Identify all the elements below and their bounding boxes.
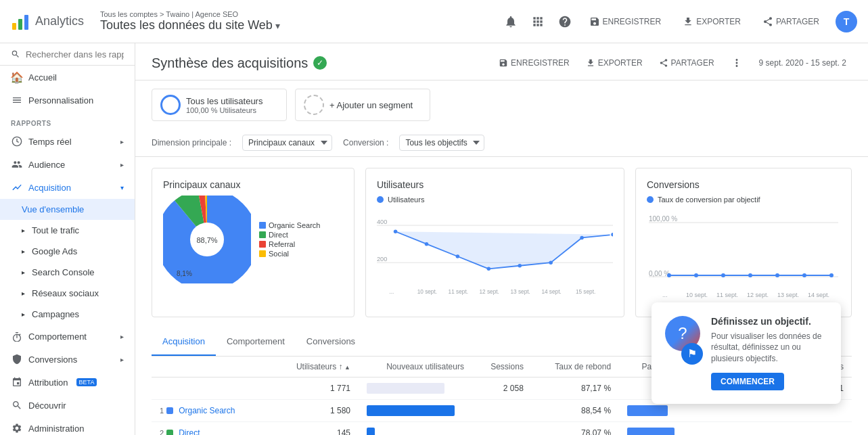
segment-circle-all-users [160, 95, 181, 115]
table-container: Utilisateurs ↑ Nouveaux utilisateurs Ses… [152, 357, 852, 435]
svg-point-15 [456, 254, 460, 258]
col-users[interactable]: Utilisateurs ↑ [273, 357, 359, 377]
svg-text:13 sept.: 13 sept. [777, 292, 799, 298]
sidebar-item-temps-reel[interactable]: Temps réel ▸ [0, 130, 135, 153]
svg-text:11 sept.: 11 sept. [449, 289, 468, 295]
cell-channel-organic: 1 Organic Search [152, 400, 273, 422]
export-report-button[interactable]: EXPORTER [580, 55, 648, 70]
conversion-label: Conversion : [343, 138, 388, 147]
svg-text:11 sept.: 11 sept. [716, 292, 738, 298]
main-layout: 🏠 Accueil Personnalisation RAPPORTS Temp… [0, 43, 868, 435]
new-users-bar-organic [367, 405, 455, 416]
conversion-select[interactable]: Tous les objectifs [399, 135, 484, 151]
content-area: Synthèse des acquisitions ✓ ENREGISTRER … [135, 43, 868, 435]
sidebar-item-conversions[interactable]: Conversions ▸ [0, 348, 135, 371]
conv-icons: ? ⚑ [665, 316, 703, 390]
save-button[interactable]: ENREGISTRER [584, 14, 667, 30]
cell-channel-total [152, 377, 273, 400]
home-icon: 🏠 [11, 71, 23, 83]
sidebar-item-accueil[interactable]: 🏠 Accueil [0, 66, 135, 89]
share-icon [659, 58, 668, 68]
filters-row: Dimension principale : Principaux canaux… [135, 129, 868, 157]
cell-new-users-total [359, 377, 472, 400]
new-users-bar-total [367, 383, 444, 394]
apps-icon[interactable] [530, 14, 546, 30]
legend-organic-search: Organic Search [259, 221, 320, 229]
conv-text-area: Définissez un objectif. Pour visualiser … [711, 316, 827, 390]
search-input[interactable] [26, 49, 124, 60]
site-title-dropdown-icon[interactable]: ▾ [275, 20, 280, 31]
save-report-button[interactable]: ENREGISTRER [493, 55, 575, 70]
cell-users-organic: 1 580 [273, 400, 359, 422]
social-dot [259, 250, 266, 257]
col-sessions: Sessions [472, 357, 532, 377]
add-segment-card[interactable]: + Ajouter un segment [295, 89, 430, 121]
svg-text:...: ... [662, 292, 668, 298]
main-dimension-select[interactable]: Principaux canaux [242, 135, 332, 151]
tab-conversions-table[interactable]: Conversions [296, 328, 366, 356]
share-button[interactable]: PARTAGER [757, 14, 825, 30]
sidebar-item-audience[interactable]: Audience ▸ [0, 153, 135, 176]
page-title: Synthèse des acquisitions [152, 55, 308, 71]
svg-point-17 [518, 264, 522, 268]
tab-comportement[interactable]: Comportement [216, 328, 296, 356]
organic-search-dot [259, 222, 266, 229]
svg-rect-2 [24, 15, 28, 30]
users-line-chart: 400 200 ... 10 sept. [377, 209, 613, 304]
sidebar-item-campagnes[interactable]: ▸ Campagnes [0, 304, 135, 325]
expand-icon: ▸ [120, 138, 124, 145]
share-report-button[interactable]: PARTAGER [654, 55, 720, 70]
arrow-icon: ▸ [22, 227, 25, 234]
sidebar-item-comportement[interactable]: Comportement ▸ [0, 325, 135, 348]
breadcrumb-area: Tous les comptes > Twaino | Agence SEO T… [100, 10, 495, 32]
arrow-icon: ▸ [22, 269, 25, 276]
search-icon [11, 49, 20, 60]
commencer-button[interactable]: COMMENCER [711, 373, 784, 390]
notifications-icon[interactable] [503, 14, 519, 30]
sidebar-item-personalisation[interactable]: Personnalisation [0, 89, 135, 112]
account-icon[interactable]: T [836, 11, 857, 32]
svg-point-34 [721, 273, 725, 277]
help-icon[interactable] [557, 14, 573, 30]
cell-bounce-total: 87,17 % [532, 377, 619, 400]
pie-legend: Organic Search Direct Referral Soci [259, 221, 320, 258]
sidebar-item-administration[interactable]: Administration [0, 417, 135, 435]
site-title[interactable]: Toutes les données du site Web ▾ [100, 18, 495, 32]
sidebar-item-acquisition[interactable]: Acquisition ▾ [0, 176, 135, 199]
sidebar-item-decouvrir[interactable]: Découvrir [0, 394, 135, 417]
app-name: Analytics [35, 14, 84, 28]
attribution-icon [11, 376, 23, 388]
collapse-icon: ▾ [120, 184, 124, 191]
save-icon [499, 58, 508, 68]
svg-text:10 sept.: 10 sept. [686, 292, 708, 298]
svg-point-14 [425, 242, 429, 246]
sidebar-item-search-console[interactable]: ▸ Search Console [0, 262, 135, 283]
logo-area: Analytics [11, 12, 92, 31]
sidebar-item-attribution[interactable]: Attribution BETA [0, 371, 135, 394]
date-range: 9 sept. 2020 - 15 sept. 2 [754, 55, 852, 70]
tab-acquisition[interactable]: Acquisition [152, 328, 216, 356]
organic-search-link[interactable]: Organic Search [179, 406, 235, 415]
header-right-actions: ENREGISTRER EXPORTER PARTAGER 9 sept. 20… [493, 54, 852, 72]
audience-icon [11, 158, 23, 170]
all-users-segment[interactable]: Tous les utilisateurs 100,00 % Utilisate… [152, 89, 287, 121]
conv-popup-title: Définissez un objectif. [711, 316, 827, 327]
svg-text:88,7%: 88,7% [196, 236, 217, 244]
cell-sessions-direct [472, 422, 532, 436]
cell-sessions-organic [472, 400, 532, 422]
cell-new-users-direct [359, 422, 472, 436]
sidebar-item-google-ads[interactable]: ▸ Google Ads [0, 241, 135, 262]
sidebar-item-reseaux-sociaux[interactable]: ▸ Réseaux sociaux [0, 283, 135, 304]
direct-link[interactable]: Direct [179, 428, 200, 435]
conversions-icon [11, 353, 23, 365]
export-button[interactable]: EXPORTER [677, 14, 746, 30]
sidebar-item-tout-trafic[interactable]: ▸ Tout le trafic [0, 220, 135, 241]
svg-point-37 [802, 273, 806, 277]
pie-chart-title: Principaux canaux [163, 179, 343, 190]
svg-rect-0 [12, 23, 16, 30]
sidebar-item-vue-ensemble[interactable]: Vue d'ensemble [0, 199, 135, 220]
users-legend-dot [377, 196, 384, 203]
personalisation-icon [11, 94, 23, 106]
more-options-button[interactable] [725, 54, 748, 72]
data-section: Acquisition Comportement Conversions Uti… [135, 328, 868, 435]
